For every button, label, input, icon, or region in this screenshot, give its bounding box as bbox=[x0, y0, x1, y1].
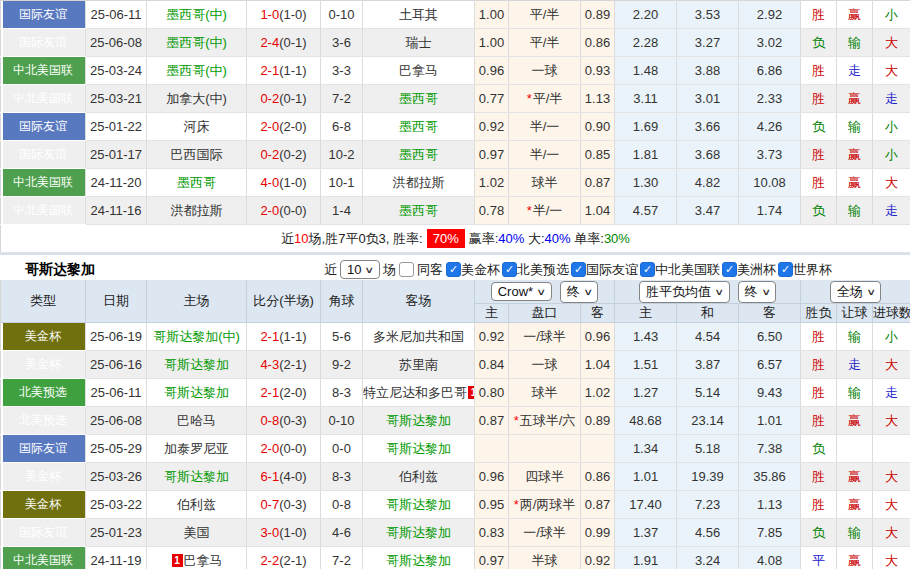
match-history-page: 国际友谊25-06-11墨西哥(中)1-0(1-0)0-10土耳其1.00平/半… bbox=[0, 0, 910, 569]
away-team-name: 土耳其 bbox=[399, 7, 438, 22]
result-wdl: 胜 bbox=[801, 407, 837, 435]
full-time-score: 2-1 bbox=[260, 385, 279, 400]
odds-away: 3.73 bbox=[739, 141, 801, 169]
league-filter-checkbox[interactable]: ✓ bbox=[502, 262, 517, 277]
home-team-name: 伯利兹 bbox=[177, 497, 216, 512]
home-team-name: 洪都拉斯 bbox=[171, 203, 223, 218]
home-team: 哥斯达黎加 bbox=[147, 463, 247, 491]
match-row: 国际友谊25-05-29加泰罗尼亚2-0(0-0)0-0哥斯达黎加1.345.1… bbox=[1, 435, 910, 463]
home-team: 1巴拿马 bbox=[147, 547, 247, 569]
check-icon: ✓ bbox=[449, 263, 458, 275]
odds-draw: 23.14 bbox=[677, 407, 739, 435]
result-handicap: 输 bbox=[837, 197, 873, 225]
home-team: 美国 bbox=[147, 519, 247, 547]
corner-count: 8-3 bbox=[321, 379, 363, 407]
result-wdl: 胜 bbox=[801, 57, 837, 85]
handicap-change-star: * bbox=[514, 413, 519, 428]
corner-count: 6-8 bbox=[321, 113, 363, 141]
bookmaker-select[interactable]: Crow* ∨ bbox=[491, 282, 552, 301]
corner-count: 3-6 bbox=[321, 29, 363, 57]
handicap-line: 一球 bbox=[509, 351, 581, 379]
summary-segment: 30% bbox=[604, 231, 630, 246]
handicap-time-select[interactable]: 终 ∨ bbox=[560, 281, 599, 303]
odds-away: 10.08 bbox=[739, 169, 801, 197]
home-team-name: 墨西哥(中) bbox=[166, 7, 227, 22]
corner-count: 10-2 bbox=[321, 141, 363, 169]
result-goals: 大 bbox=[873, 547, 910, 569]
league-badge: 美金杯 bbox=[1, 463, 86, 491]
result-wdl: 负 bbox=[801, 113, 837, 141]
corner-count: 7-2 bbox=[321, 85, 363, 113]
away-team: 洪都拉斯 bbox=[363, 169, 475, 197]
odds-time-select[interactable]: 终 ∨ bbox=[738, 281, 777, 303]
result-wdl: 胜 bbox=[801, 379, 837, 407]
handicap-line-text: 半/一 bbox=[530, 119, 560, 134]
handicap-home-odds: 1.00 bbox=[475, 1, 509, 29]
odds-away: 35.86 bbox=[739, 463, 801, 491]
recent-count-value: 10 bbox=[347, 262, 361, 277]
score-cell: 2-1(1-1) bbox=[247, 323, 321, 351]
score-cell: 2-1(2-0) bbox=[247, 379, 321, 407]
handicap-away-odds: 0.89 bbox=[581, 407, 615, 435]
handicap-line: 半/一 bbox=[509, 141, 581, 169]
away-team: 哥斯达黎加 bbox=[363, 519, 475, 547]
handicap-line-text: 平/半 bbox=[530, 35, 560, 50]
match-date: 24-11-16 bbox=[86, 197, 147, 225]
half-time-score: (0-3) bbox=[279, 497, 306, 512]
score-cell: 2-1(1-1) bbox=[247, 57, 321, 85]
result-handicap: 赢 bbox=[837, 141, 873, 169]
league-filter-label: 北美预选 bbox=[517, 261, 569, 279]
full-time-score: 2-0 bbox=[260, 203, 279, 218]
home-team-name: 哥斯达黎加 bbox=[164, 469, 229, 484]
handicap-home-odds: 0.77 bbox=[475, 85, 509, 113]
check-icon: ✓ bbox=[574, 263, 583, 275]
league-filter-checkbox[interactable]: ✓ bbox=[571, 262, 586, 277]
full-time-score: 4-0 bbox=[260, 175, 279, 190]
result-goals: 走 bbox=[873, 379, 910, 407]
home-team-name: 河床 bbox=[184, 119, 210, 134]
league-badge: 中北美国联 bbox=[1, 197, 86, 225]
result-goals: 大 bbox=[873, 463, 910, 491]
match-date: 25-01-17 bbox=[86, 141, 147, 169]
summary-segment: 单率: bbox=[571, 231, 604, 246]
away-team-name: 墨西哥 bbox=[399, 147, 438, 162]
half-time-score: (0-1) bbox=[279, 91, 306, 106]
league-filter-label: 中北美国联 bbox=[655, 261, 720, 279]
handicap-away-odds: 0.87 bbox=[581, 169, 615, 197]
match-scope-select[interactable]: 全场 ∨ bbox=[830, 281, 882, 303]
score-cell: 0-8(0-3) bbox=[247, 407, 321, 435]
filter-bar: 近 10 ∨ 场 同客 ✓美金杯✓北美预选✓国际友谊✓中北美国联✓美洲杯✓世界杯 bbox=[324, 259, 834, 280]
wdl-average-select[interactable]: 胜平负均值 ∨ bbox=[639, 281, 730, 303]
away-team: 哥斯达黎加 bbox=[363, 547, 475, 569]
handicap-away-odds: 0.86 bbox=[581, 29, 615, 57]
odds-home: 48.68 bbox=[615, 407, 677, 435]
odds-home: 2.28 bbox=[615, 29, 677, 57]
odds-away: 1.01 bbox=[739, 407, 801, 435]
home-team: 墨西哥(中) bbox=[147, 57, 247, 85]
recent-form-summary: 近10场,胜7平0负3, 胜率:70%赢率:40% 大:40% 单率:30% bbox=[1, 225, 910, 253]
league-filter-checkbox[interactable]: ✓ bbox=[640, 262, 655, 277]
league-filter-label: 美洲杯 bbox=[737, 261, 776, 279]
match-date: 25-06-16 bbox=[86, 351, 147, 379]
league-filter-checkbox[interactable]: ✓ bbox=[778, 262, 793, 277]
handicap-home-odds: 0.83 bbox=[475, 519, 509, 547]
away-team: 土耳其 bbox=[363, 1, 475, 29]
result-wdl: 胜 bbox=[801, 85, 837, 113]
result-goals: 大 bbox=[873, 57, 910, 85]
match-row: 美金杯25-06-19哥斯达黎加(中)2-1(1-1)5-6多米尼加共和国0.9… bbox=[1, 323, 910, 351]
recent-count-select[interactable]: 10 ∨ bbox=[340, 260, 380, 279]
half-time-score: (0-0) bbox=[279, 203, 306, 218]
same-venue-checkbox[interactable] bbox=[399, 262, 414, 277]
league-filter-checkbox[interactable]: ✓ bbox=[722, 262, 737, 277]
home-team: 墨西哥(中) bbox=[147, 29, 247, 57]
handicap-line-text: 球半 bbox=[532, 385, 558, 400]
odds-home: 1.01 bbox=[615, 463, 677, 491]
near-label: 近 bbox=[324, 261, 337, 279]
score-cell: 2-2(2-1) bbox=[247, 547, 321, 569]
summary-segment: 近 bbox=[281, 231, 294, 246]
handicap-away-odds: 1.13 bbox=[581, 85, 615, 113]
league-filter-checkbox[interactable]: ✓ bbox=[446, 262, 461, 277]
handicap-line-text: 四球半 bbox=[525, 469, 564, 484]
odds-home: 1.81 bbox=[615, 141, 677, 169]
half-time-score: (1-0) bbox=[279, 525, 306, 540]
